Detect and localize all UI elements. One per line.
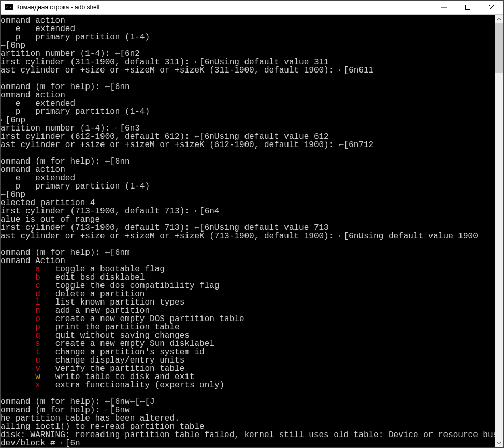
terminal-line: p primary partition (1-4) (1, 182, 495, 191)
terminal-line: t change a partition's system id (1, 348, 495, 356)
vertical-scrollbar[interactable] (495, 15, 503, 447)
close-button[interactable] (480, 1, 503, 14)
scrollbar-track[interactable] (495, 23, 503, 439)
minimize-button[interactable] (432, 1, 456, 14)
terminal-line: ommand Action (1, 257, 495, 265)
terminal-line: alue is out of range (1, 215, 495, 224)
terminal-line: e extended (1, 174, 495, 182)
window-title: Командная строка - adb shell (16, 4, 432, 11)
terminal-line: elected partition 4 (1, 199, 495, 207)
terminal-line: e extended (1, 25, 495, 33)
close-icon (489, 5, 494, 10)
terminal-line: p primary partition (1-4) (1, 108, 495, 116)
terminal-output[interactable]: ommand action e extended p primary parti… (1, 15, 495, 447)
terminal-line (1, 389, 495, 398)
terminal-line: ommand (m for help): ←[6nm (1, 249, 495, 257)
terminal-line: d delete a partition (1, 290, 495, 298)
terminal-line: irst cylinder (713-1900, default 713): ←… (1, 224, 495, 232)
terminal-line: e extended (1, 99, 495, 108)
terminal-line (1, 75, 495, 83)
terminal-line: p primary partition (1-4) (1, 33, 495, 41)
terminal-line: artition number (1-4): ←[6n2 (1, 50, 495, 58)
scroll-down-button[interactable] (495, 439, 503, 447)
terminal-line: l list known partition types (1, 298, 495, 307)
terminal-line: disk: WARNING: rereading partition table… (1, 431, 495, 439)
maximize-icon (465, 5, 470, 10)
svg-rect-1 (466, 5, 470, 10)
scrollbar-thumb[interactable] (495, 23, 503, 73)
window-buttons (432, 1, 503, 14)
terminal-line: ommand (m for help): ←[6nw←[←[J (1, 398, 495, 406)
client-area: ommand action e extended p primary parti… (1, 15, 503, 447)
terminal-line (1, 240, 495, 249)
cmd-icon (5, 4, 13, 10)
terminal-line: alling ioctl() to re-read partition tabl… (1, 423, 495, 431)
terminal-line: irst cylinder (713-1900, default 713): ←… (1, 207, 495, 215)
terminal-line: ommand (m for help): ←[6nn (1, 157, 495, 166)
terminal-line: ast cylinder or +size or +sizeM or +size… (1, 66, 495, 75)
terminal-line: b edit bsd disklabel (1, 273, 495, 282)
terminal-line: p print the partition table (1, 323, 495, 331)
titlebar[interactable]: Командная строка - adb shell (1, 1, 503, 15)
scroll-up-button[interactable] (495, 15, 503, 23)
terminal-line: q quit without saving changes (1, 331, 495, 340)
terminal-line: ommand action (1, 91, 495, 99)
terminal-line: s create a new empty Sun disklabel (1, 340, 495, 348)
chevron-down-icon (497, 441, 501, 445)
minimize-icon (441, 5, 447, 10)
terminal-line: u change display/entry units (1, 356, 495, 365)
terminal-line: artition number (1-4): ←[6n3 (1, 124, 495, 133)
chevron-up-icon (497, 17, 501, 21)
terminal-line: x extra functionality (experts only) (1, 381, 495, 389)
terminal-line: a toggle a bootable flag (1, 265, 495, 273)
terminal-line: c toggle the dos compatibility flag (1, 282, 495, 290)
terminal-line: ←[6np (1, 116, 495, 124)
terminal-line: ←[6np (1, 191, 495, 199)
terminal-line: ast cylinder or +size or +sizeM or +size… (1, 232, 495, 240)
maximize-button[interactable] (456, 1, 480, 14)
terminal-line (1, 149, 495, 157)
terminal-line: ←[6np (1, 41, 495, 50)
terminal-line: ast cylinder or +size or +sizeM or +size… (1, 141, 495, 149)
terminal-line: w write table to disk and exit (1, 373, 495, 381)
terminal-line: ommand (m for help): ←[6nn (1, 83, 495, 91)
terminal-line: o create a new empty DOS partition table (1, 315, 495, 323)
cmd-window: Командная строка - adb shell ommand acti… (0, 0, 504, 448)
terminal-line: irst cylinder (612-1900, default 612): ←… (1, 133, 495, 141)
terminal-line: dev/block # ←[6n (1, 439, 495, 447)
terminal-line: v verify the partition table (1, 365, 495, 373)
terminal-line: n add a new partition (1, 307, 495, 315)
terminal-line: ommand (m for help): ←[6nw (1, 406, 495, 414)
terminal-line: he partition table has been altered. (1, 414, 495, 423)
terminal-line: irst cylinder (311-1900, default 311): ←… (1, 58, 495, 66)
terminal-line: ommand action (1, 166, 495, 174)
terminal-line: ommand action (1, 17, 495, 25)
